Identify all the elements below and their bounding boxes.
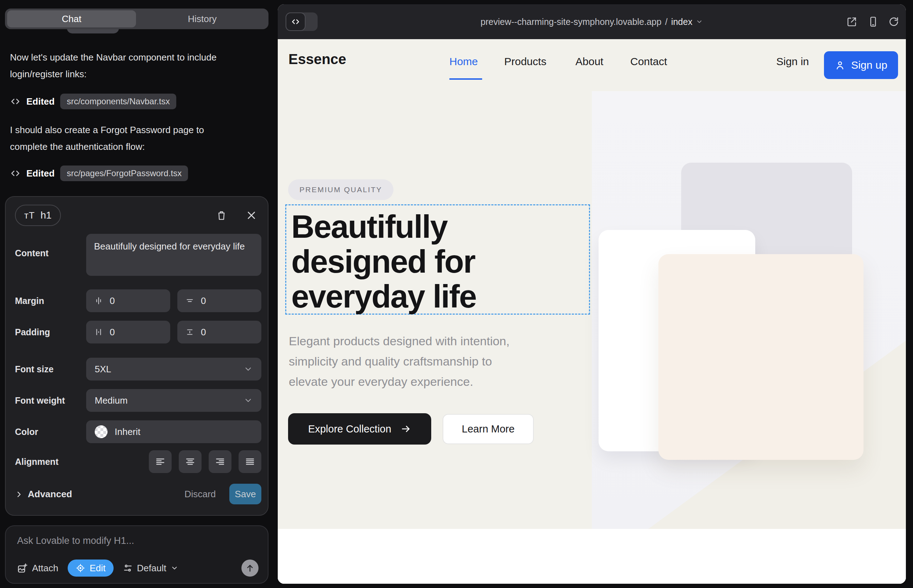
preview-window: preview--charming-site-symphony.lovable.…	[278, 4, 906, 584]
chat-message: Now let's update the Navbar component to…	[10, 49, 241, 82]
mode-select[interactable]: Default	[123, 563, 178, 574]
align-right-icon	[215, 456, 225, 467]
nav-link-home[interactable]: Home	[449, 55, 478, 68]
edit-mode-button[interactable]: Edit	[68, 559, 113, 577]
hero-heading: Beautifully designed for everyday life	[291, 209, 476, 314]
align-justify-icon	[244, 456, 255, 467]
composer-input[interactable]: Ask Lovable to modify H1...	[17, 535, 134, 546]
sign-up-button[interactable]: Sign up	[824, 51, 898, 79]
align-left-button[interactable]	[149, 450, 172, 473]
target-icon	[76, 563, 86, 573]
edited-file-pill[interactable]: src/components/Navbar.tsx	[60, 94, 176, 109]
margin-horizontal-icon	[94, 296, 103, 305]
sign-in-link[interactable]: Sign in	[776, 55, 809, 68]
margin-label: Margin	[15, 296, 44, 306]
color-label: Color	[15, 427, 38, 437]
tab-chat-label: Chat	[62, 13, 81, 24]
margin-x-input[interactable]: 0	[86, 289, 170, 312]
send-button[interactable]	[241, 559, 259, 577]
url-host: preview--charming-site-symphony.lovable.…	[481, 17, 662, 27]
mobile-icon	[868, 16, 879, 27]
trash-icon	[216, 210, 227, 221]
tab-history[interactable]: History	[136, 8, 269, 29]
refresh-button[interactable]	[887, 15, 900, 28]
learn-more-button[interactable]: Learn More	[443, 414, 534, 444]
element-editor-panel: тT h1 Content Beautifully designed for e…	[5, 196, 269, 516]
align-center-icon	[185, 456, 196, 467]
chevron-down-icon	[244, 396, 253, 405]
edit-label: Edit	[90, 563, 106, 574]
nav-link-contact[interactable]: Contact	[630, 55, 667, 68]
bottom-section	[278, 529, 906, 584]
discard-button[interactable]: Discard	[183, 489, 217, 500]
selected-element-chip: тT h1	[15, 205, 61, 226]
arrow-up-icon	[245, 564, 254, 573]
font-size-label: Font size	[15, 364, 53, 375]
align-center-button[interactable]	[179, 450, 202, 473]
edited-file-row: Edited src/pages/ForgotPassword.tsx	[10, 165, 188, 181]
nav-link-products[interactable]: Products	[504, 55, 546, 68]
chat-composer: Ask Lovable to modify H1... Attach Edit …	[5, 525, 269, 584]
advanced-toggle[interactable]: Advanced	[15, 489, 72, 500]
mobile-view-button[interactable]	[867, 15, 879, 28]
edited-file-row: Edited src/components/Navbar.tsx	[10, 93, 176, 110]
font-weight-label: Font weight	[15, 396, 65, 406]
chevron-down-icon	[244, 365, 253, 374]
preview-topbar: preview--charming-site-symphony.lovable.…	[278, 4, 906, 39]
chat-message: I should also create a Forgot Password p…	[10, 122, 241, 155]
padding-y-input[interactable]: 0	[177, 321, 261, 344]
attach-image-icon	[17, 563, 28, 573]
margin-y-value: 0	[201, 296, 206, 307]
nav-active-underline	[449, 78, 482, 80]
delete-element-button[interactable]	[214, 207, 229, 223]
font-size-select[interactable]: 5XL	[86, 358, 261, 381]
content-textarea[interactable]: Beautifully designed for everyday life	[86, 234, 261, 276]
padding-label: Padding	[15, 327, 50, 338]
hero-paragraph-line: simplicity and quality craftsmanship to	[289, 351, 510, 372]
site-logo[interactable]: Essence	[288, 51, 346, 67]
padding-horizontal-icon	[94, 328, 103, 337]
margin-vertical-icon	[185, 296, 194, 305]
font-size-value: 5XL	[95, 364, 111, 375]
edited-file-pill[interactable]: src/pages/ForgotPassword.tsx	[60, 165, 188, 181]
nav-link-about[interactable]: About	[575, 55, 603, 68]
url-breadcrumb[interactable]: preview--charming-site-symphony.lovable.…	[278, 4, 906, 39]
close-editor-button[interactable]	[244, 207, 259, 223]
decorative-card-peach	[659, 254, 863, 460]
external-link-icon	[846, 16, 858, 27]
chevron-down-icon	[696, 18, 703, 25]
content-label: Content	[15, 248, 49, 258]
margin-x-value: 0	[110, 296, 115, 307]
site-canvas: Essence Home Products About Contact Sign…	[278, 39, 906, 584]
tab-history-label: History	[188, 13, 217, 24]
advanced-label: Advanced	[28, 489, 72, 500]
refresh-icon	[888, 16, 900, 27]
padding-x-input[interactable]: 0	[86, 321, 170, 344]
hero-paragraph-line: Elegant products designed with intention…	[289, 331, 510, 351]
sign-up-label: Sign up	[851, 59, 887, 71]
color-swatch-icon	[95, 425, 108, 438]
attach-button[interactable]: Attach	[17, 563, 58, 574]
mode-label: Default	[137, 563, 166, 574]
padding-vertical-icon	[185, 328, 194, 337]
align-right-button[interactable]	[209, 450, 231, 473]
hero-heading-line: everyday life	[291, 279, 476, 314]
open-external-button[interactable]	[845, 15, 858, 28]
padding-y-value: 0	[201, 327, 206, 338]
align-justify-button[interactable]	[239, 450, 261, 473]
hero-paragraph-line: elevate your everyday experience.	[289, 372, 510, 392]
learn-more-label: Learn More	[462, 423, 515, 435]
explore-collection-button[interactable]: Explore Collection	[288, 413, 431, 444]
chat-history-tabbar: Chat History	[5, 8, 269, 29]
color-picker-field[interactable]: Inherit	[86, 420, 261, 443]
margin-y-input[interactable]: 0	[177, 289, 261, 312]
code-icon	[10, 96, 21, 107]
chevron-down-icon	[170, 564, 178, 572]
explore-collection-label: Explore Collection	[308, 423, 391, 435]
save-button[interactable]: Save	[229, 484, 261, 504]
tab-chat[interactable]: Chat	[7, 10, 136, 27]
font-weight-value: Medium	[95, 395, 128, 406]
font-weight-select[interactable]: Medium	[86, 389, 261, 412]
attach-label: Attach	[32, 563, 58, 574]
type-icon: тT	[24, 210, 35, 221]
